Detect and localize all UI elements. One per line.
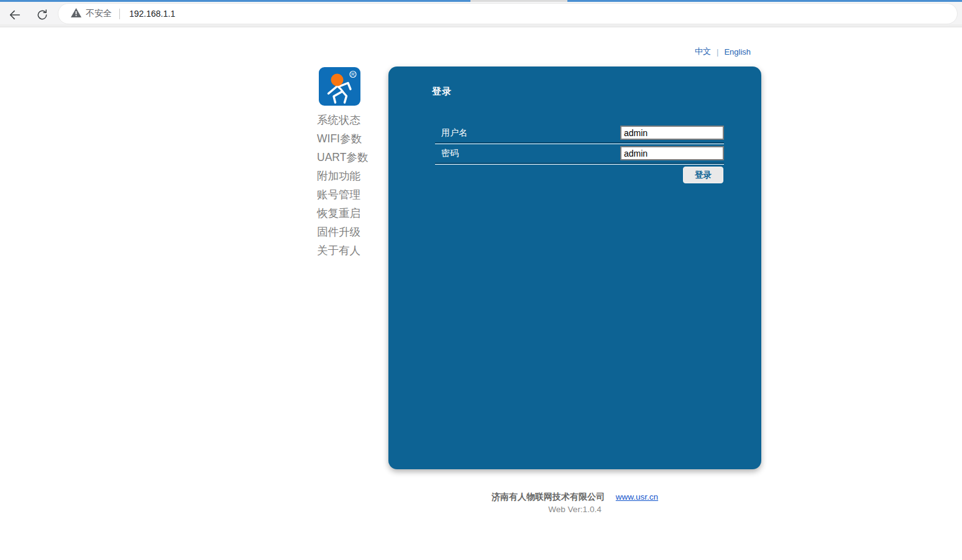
form-divider [435,142,724,144]
back-button[interactable] [7,7,23,23]
web-version: Web Ver:1.0.4 [388,505,761,514]
login-button[interactable]: 登录 [683,167,723,183]
lang-chinese-link[interactable]: 中文 [695,46,711,57]
security-label: 不安全 [86,8,112,19]
login-panel: 登录 用户名 密码 登录 [388,67,761,469]
back-icon [8,8,22,22]
sidebar-item-system-status[interactable]: 系统状态 [317,111,385,129]
lang-separator: | [717,47,718,57]
sidebar-menu: 系统状态 WIFI参数 UART参数 附加功能 账号管理 恢复重启 固件升级 关… [317,111,385,260]
usr-logo: R [319,67,360,106]
address-bar[interactable]: 不安全 192.168.1.1 [58,3,958,24]
username-label: 用户名 [441,127,467,139]
login-title: 登录 [432,86,452,98]
sidebar-item-extra-functions[interactable]: 附加功能 [317,167,385,185]
url-text: 192.168.1.1 [129,9,175,19]
registered-mark: R [351,71,355,77]
warning-icon [71,8,81,19]
site-security-badge[interactable]: 不安全 [71,8,112,19]
language-bar: 中文 | English [695,46,751,57]
username-input[interactable] [620,126,724,140]
lang-english-link[interactable]: English [724,47,751,57]
form-divider [435,163,724,164]
toolbar-separator [0,24,962,27]
sidebar-item-restore-restart[interactable]: 恢复重启 [317,204,385,223]
browser-toolbar: 不安全 192.168.1.1 [0,2,962,24]
password-input[interactable] [620,146,724,160]
company-name: 济南有人物联网技术有限公司 [492,492,605,502]
page: 不安全 192.168.1.1 中文 | English R [0,0,962,560]
sidebar-item-firmware-upgrade[interactable]: 固件升级 [317,223,385,241]
refresh-icon [36,9,48,21]
address-divider [119,9,120,19]
refresh-button[interactable] [34,7,50,23]
password-label: 密码 [441,148,459,159]
page-footer: 济南有人物联网技术有限公司 www.usr.cn Web Ver:1.0.4 [388,492,761,514]
logo-head [331,74,344,86]
website-link[interactable]: www.usr.cn [616,492,658,502]
sidebar-item-account-mgmt[interactable]: 账号管理 [317,185,385,204]
sidebar-item-about-usr[interactable]: 关于有人 [317,241,385,260]
sidebar-item-wifi-params[interactable]: WIFI参数 [317,129,385,148]
sidebar-item-uart-params[interactable]: UART参数 [317,148,385,167]
